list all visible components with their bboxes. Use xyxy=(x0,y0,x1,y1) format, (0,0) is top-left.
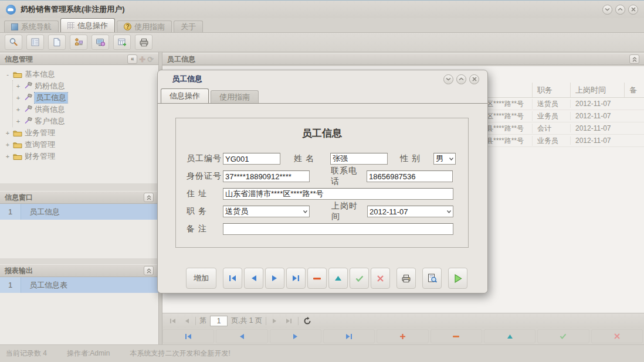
chevron-down-icon xyxy=(449,158,453,160)
phone-field[interactable] xyxy=(367,170,453,182)
tab-info-ops[interactable]: 信息操作 xyxy=(60,18,115,32)
first-page-button[interactable] xyxy=(167,316,178,326)
tree-label: 财务管理 xyxy=(25,151,55,162)
delete-record-button[interactable] xyxy=(431,329,482,343)
close-button[interactable] xyxy=(628,5,638,15)
expand-expander[interactable]: + xyxy=(15,118,21,125)
dialog-minimize-button[interactable] xyxy=(443,74,453,84)
next-record-button[interactable] xyxy=(265,268,284,289)
expand-expander[interactable]: + xyxy=(15,94,21,101)
id-card-label: 身份证号 xyxy=(187,171,223,182)
dialog-close-button[interactable] xyxy=(469,74,479,84)
info-window-title: 信息窗口 xyxy=(5,193,33,203)
emp-id-field[interactable] xyxy=(223,153,280,165)
print-preview-button[interactable] xyxy=(422,268,442,289)
first-record-button[interactable] xyxy=(223,268,242,289)
cancel-edit-button[interactable] xyxy=(371,268,390,289)
tree-node-business-mgmt[interactable]: + 业务管理 xyxy=(5,127,158,139)
table-add-button[interactable] xyxy=(113,35,131,50)
search-button[interactable] xyxy=(5,35,22,50)
tool-icon xyxy=(23,105,32,114)
minimize-button[interactable] xyxy=(602,5,612,15)
maximize-button[interactable] xyxy=(615,5,625,15)
tab-system-nav[interactable]: 系统导航 xyxy=(4,21,59,32)
name-field[interactable] xyxy=(330,153,388,165)
collapse-panel-button[interactable] xyxy=(144,266,154,275)
info-window-item[interactable]: 1 员工信息 xyxy=(0,204,158,220)
page-number-input[interactable] xyxy=(210,316,228,326)
tab-user-guide[interactable]: ? 使用指南 xyxy=(117,21,172,32)
nav-first-button[interactable] xyxy=(162,329,214,343)
col-start-date[interactable]: 上岗时间 xyxy=(570,83,624,97)
form-view-button[interactable] xyxy=(26,35,44,50)
expand-expander[interactable]: + xyxy=(5,153,11,160)
folder-icon xyxy=(13,71,22,78)
delete-button[interactable] xyxy=(307,268,327,289)
expand-expander[interactable]: + xyxy=(15,83,21,90)
post-button[interactable] xyxy=(350,268,369,289)
gender-select[interactable]: 男 xyxy=(433,153,456,165)
col-note[interactable]: 备 xyxy=(624,83,644,97)
edit-button[interactable] xyxy=(328,268,348,289)
tree-node-query-mgmt[interactable]: + 查询管理 xyxy=(5,139,158,151)
folder-icon xyxy=(13,129,22,137)
page-total-text: 页,共 1 页 xyxy=(231,316,262,326)
tab-label: 关于 xyxy=(181,22,196,32)
staff-chart-button[interactable] xyxy=(70,35,87,50)
cell-start-date: 2012-11-07 xyxy=(570,136,624,145)
collapse-panel-button[interactable] xyxy=(144,193,154,202)
confirm-button[interactable] xyxy=(537,329,589,343)
refresh-icon[interactable]: ⟳ xyxy=(147,56,154,63)
expand-expander[interactable]: + xyxy=(5,129,11,136)
dialog-tab-user-guide[interactable]: 使用指南 xyxy=(211,90,259,103)
tree-node-finance-mgmt[interactable]: + 财务管理 xyxy=(5,151,158,162)
nav-prev-button[interactable] xyxy=(216,329,267,343)
col-duty[interactable]: 职务 xyxy=(532,83,570,97)
row-label: 员工信息 xyxy=(21,207,60,217)
nav-tree: - 基本信息 + 奶粉信息 + 员工信息 + 供商信息 xyxy=(0,65,158,183)
expand-expander[interactable]: + xyxy=(5,141,11,148)
dialog-tab-info-ops[interactable]: 信息操作 xyxy=(161,88,209,103)
print-button[interactable] xyxy=(396,268,416,289)
monitor-globe-button[interactable] xyxy=(91,35,109,50)
expand-expander[interactable]: + xyxy=(15,106,21,113)
tree-node-supplier-info[interactable]: + 供商信息 xyxy=(15,104,158,115)
add-icon[interactable]: ✚ xyxy=(139,56,145,63)
row-index: 1 xyxy=(0,277,21,293)
emp-id-label: 员工编号 xyxy=(187,153,223,164)
add-button[interactable]: 增加 xyxy=(186,268,216,289)
start-date-select[interactable]: 2012-11-07 xyxy=(367,206,453,217)
nav-next-button[interactable] xyxy=(270,329,321,343)
tree-node-employee-info[interactable]: + 员工信息 xyxy=(15,92,158,104)
refresh-grid-button[interactable] xyxy=(302,316,313,326)
prev-record-button[interactable] xyxy=(244,268,263,289)
tree-node-customer-info[interactable]: + 客户信息 xyxy=(15,115,158,127)
tree-node-basic-info[interactable]: - 基本信息 xyxy=(5,69,158,80)
note-field[interactable] xyxy=(223,223,453,235)
duty-select[interactable]: 送货员 xyxy=(223,206,310,217)
add-record-button[interactable] xyxy=(377,329,428,343)
tree-node-milk-info[interactable]: + 奶粉信息 xyxy=(15,80,158,92)
cancel-button[interactable] xyxy=(591,329,643,343)
printer-icon xyxy=(139,38,149,47)
dialog-maximize-button[interactable] xyxy=(456,74,466,84)
collapse-main-panel-button[interactable] xyxy=(629,54,639,64)
device-button[interactable] xyxy=(135,35,152,50)
info-mgmt-title: 信息管理 xyxy=(5,54,33,64)
duty-label: 职 务 xyxy=(187,206,223,217)
document-button[interactable] xyxy=(48,35,66,50)
last-page-button[interactable] xyxy=(284,316,294,326)
id-card-field[interactable] xyxy=(223,170,310,182)
run-report-button[interactable] xyxy=(448,268,467,289)
tree-label: 供商信息 xyxy=(35,104,65,115)
report-item[interactable]: 1 员工信息表 xyxy=(0,277,158,293)
prev-page-button[interactable] xyxy=(181,316,192,326)
next-page-button[interactable] xyxy=(270,316,280,326)
nav-last-button[interactable] xyxy=(323,329,375,343)
address-field[interactable] xyxy=(223,188,453,200)
tab-about[interactable]: 关于 xyxy=(174,21,203,32)
collapse-sidebar-button[interactable]: « xyxy=(127,54,137,64)
edit-record-button[interactable] xyxy=(484,329,535,343)
last-record-button[interactable] xyxy=(286,268,306,289)
collapse-expander[interactable]: - xyxy=(5,71,11,78)
